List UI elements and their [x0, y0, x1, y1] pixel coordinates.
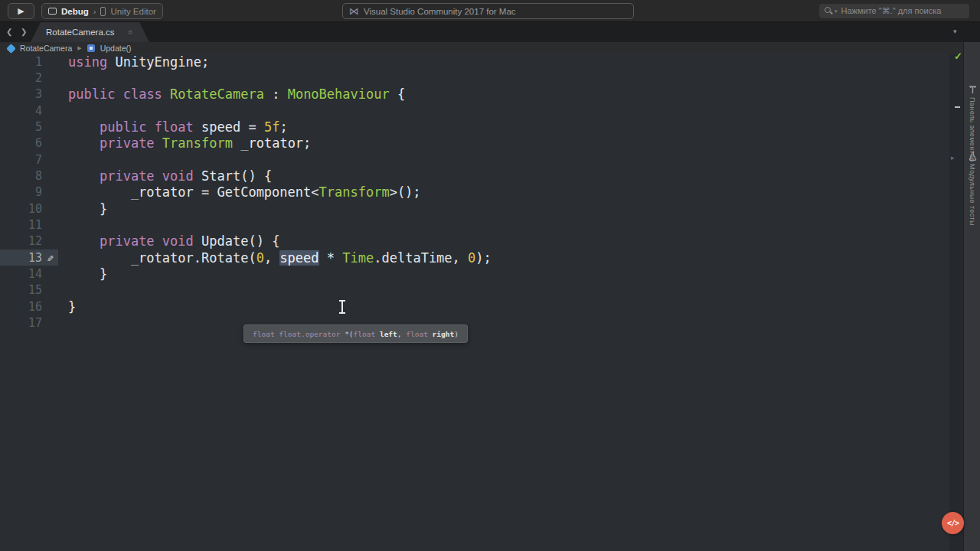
operator-signature-tooltip: float float.operator *(float left, float… — [243, 324, 468, 343]
code-text: using UnityEngine; — [58, 54, 209, 70]
line-number: 13 — [0, 251, 42, 265]
window-title: Visual Studio Community 2017 for Mac — [364, 7, 516, 16]
tab-list-dropdown-icon[interactable]: ▾ — [953, 28, 957, 35]
gutter-cell[interactable]: 9 — [0, 184, 58, 201]
code-overlay-badge[interactable]: </> — [942, 512, 964, 534]
gutter-cell[interactable]: 17 — [0, 315, 58, 331]
code-line[interactable]: 3public class RotateCamera : MonoBehavio… — [0, 86, 949, 103]
text-ibeam-cursor — [338, 300, 346, 314]
code-line[interactable]: 9 _rotator = GetComponent<Transform>(); — [0, 184, 949, 201]
gutter-cell[interactable]: 13✎ — [0, 249, 58, 266]
tab-label: RotateCamera.cs — [46, 28, 114, 37]
gutter-cell[interactable]: 4 — [0, 103, 58, 119]
line-number: 3 — [0, 87, 42, 101]
code-text: _rotator = GetComponent<Transform>(); — [58, 184, 421, 200]
configuration-label: Debug — [61, 7, 89, 16]
breadcrumb-member[interactable]: Update() — [100, 44, 132, 53]
gutter-icon-slot: ✎ — [42, 251, 58, 265]
code-icon: </> — [947, 519, 959, 527]
navigate-forward-icon[interactable]: ❯ — [21, 28, 27, 36]
line-number: 11 — [0, 218, 42, 232]
run-configuration-selector[interactable]: Debug › Unity Editor — [41, 3, 163, 19]
global-search-input[interactable]: ▾ Нажмите "⌘." для поиска — [819, 4, 969, 18]
gutter-cell[interactable]: 5 — [0, 119, 58, 135]
sidebar-tab-label: Модульные тесты — [969, 164, 976, 226]
code-editor[interactable]: 1using UnityEngine;23public class Rotate… — [0, 54, 949, 551]
code-text: private Transform _rotator; — [58, 135, 311, 151]
gutter-cell[interactable]: 12 — [0, 233, 58, 249]
gutter-cell[interactable]: 2 — [0, 70, 58, 86]
scroll-indicator-strip[interactable] — [949, 54, 963, 551]
gutter-cell[interactable]: 3 — [0, 86, 58, 103]
gutter-cell[interactable]: 7 — [0, 152, 58, 168]
play-icon: ▶ — [18, 7, 24, 15]
code-line[interactable]: 16} — [0, 298, 949, 315]
code-line[interactable]: 7 — [0, 152, 949, 168]
code-line[interactable]: 12 private void Update() { — [0, 233, 949, 249]
search-placeholder: Нажмите "⌘." для поиска — [841, 6, 942, 16]
tab-rotatecamera-cs[interactable]: RotateCamera.cs ○ — [31, 22, 149, 42]
breadcrumb-class[interactable]: RotateCamera — [20, 44, 72, 53]
sidebar-tab-toolbox[interactable]: Панель элементов — [964, 86, 980, 162]
visual-studio-logo-icon: ⋈ — [349, 6, 359, 16]
code-text: public float speed = 5f; — [58, 119, 288, 135]
code-line[interactable]: 2 — [0, 70, 949, 86]
line-number: 15 — [0, 283, 42, 297]
line-number: 8 — [0, 169, 42, 183]
line-number: 10 — [0, 202, 42, 216]
line-number: 12 — [0, 234, 42, 248]
code-line[interactable]: 11 — [0, 217, 949, 233]
run-target-icon — [100, 7, 106, 16]
gutter-cell[interactable]: 14 — [0, 266, 58, 282]
run-target-label: Unity Editor — [110, 7, 155, 16]
code-text: _rotator.Rotate(0, speed * Time.deltaTim… — [58, 250, 492, 266]
code-text: private void Update() { — [58, 233, 279, 249]
run-button[interactable]: ▶ — [8, 3, 34, 19]
code-line[interactable]: 10 } — [0, 201, 949, 217]
code-line[interactable]: 1using UnityEngine; — [0, 54, 949, 70]
search-icon — [825, 7, 833, 15]
window-title-box: ⋈ Visual Studio Community 2017 for Mac — [342, 3, 634, 19]
code-line[interactable]: 13✎ _rotator.Rotate(0, speed * Time.delt… — [0, 249, 949, 266]
toolbox-icon — [969, 86, 977, 94]
code-text: } — [58, 266, 107, 282]
code-line[interactable]: 8 private void Start() { — [0, 168, 949, 184]
gutter-cell[interactable]: 10 — [0, 201, 58, 217]
gutter-cell[interactable]: 11 — [0, 217, 58, 233]
fold-triangle-icon[interactable]: ▸ — [951, 154, 955, 161]
tab-close-icon[interactable]: ○ — [129, 28, 132, 36]
gutter-cell[interactable]: 1 — [0, 54, 58, 70]
code-line[interactable]: 14 } — [0, 266, 949, 282]
line-number: 5 — [0, 120, 42, 134]
right-tool-strip: Панель элементов Модульные тесты — [963, 42, 980, 551]
code-lines: 1using UnityEngine;23public class Rotate… — [0, 54, 949, 331]
scroll-position-marker[interactable] — [955, 106, 960, 108]
breadcrumb-separator-icon: ▶ — [77, 45, 81, 51]
line-number: 17 — [0, 316, 42, 330]
document-tab-bar: ❮ ❯ RotateCamera.cs ○ ▾ — [0, 22, 980, 42]
line-number: 6 — [0, 136, 42, 150]
code-line[interactable]: 4 — [0, 103, 949, 119]
breadcrumb: RotateCamera ▶ Update() — [0, 42, 980, 54]
class-icon — [6, 44, 16, 54]
line-number: 14 — [0, 267, 42, 281]
gutter-cell[interactable]: 6 — [0, 135, 58, 152]
navigate-back-icon[interactable]: ❮ — [6, 28, 12, 36]
chevron-right-icon: › — [93, 7, 96, 16]
method-icon — [87, 44, 95, 52]
gutter-cell[interactable]: 8 — [0, 168, 58, 184]
gutter-cell[interactable]: 15 — [0, 282, 58, 298]
code-line[interactable]: 15 — [0, 282, 949, 298]
sidebar-tab-unit-tests[interactable]: Модульные тесты — [964, 152, 980, 226]
line-number: 16 — [0, 300, 42, 314]
code-text: private void Start() { — [58, 168, 272, 184]
code-line[interactable]: 6 private Transform _rotator; — [0, 135, 949, 152]
line-modified-pencil-icon: ✎ — [47, 254, 54, 264]
selected-identifier[interactable]: speed — [279, 250, 318, 266]
title-bar: ▶ Debug › Unity Editor ⋈ Visual Studio C… — [0, 0, 980, 22]
gutter-cell[interactable]: 16 — [0, 298, 58, 315]
code-text: public class RotateCamera : MonoBehaviou… — [58, 86, 405, 102]
code-line[interactable]: 5 public float speed = 5f; — [0, 119, 949, 135]
line-number: 1 — [0, 55, 42, 69]
code-line[interactable]: 17 — [0, 315, 949, 331]
